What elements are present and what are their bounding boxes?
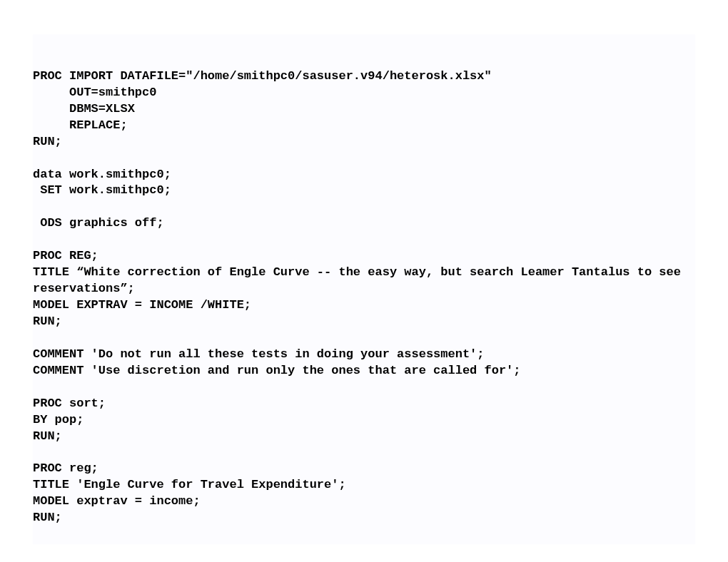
code-text: PROC IMPORT DATAFILE="/home/smithpc0/sas… [33,68,695,526]
code-block: PROC IMPORT DATAFILE="/home/smithpc0/sas… [33,34,695,544]
